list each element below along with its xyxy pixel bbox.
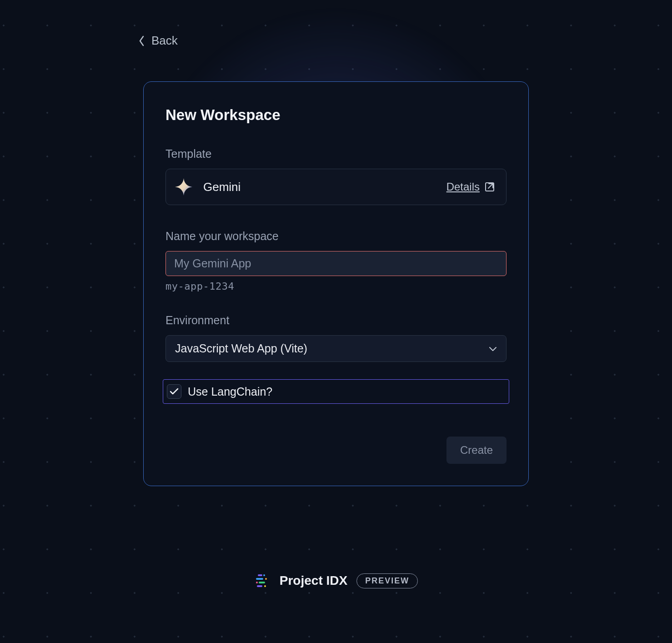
environment-selected-value: JavaScript Web App (Vite) <box>175 342 307 355</box>
svg-line-1 <box>488 184 493 188</box>
preview-badge: PREVIEW <box>356 573 418 588</box>
template-section-label: Template <box>165 147 507 161</box>
checkmark-icon <box>170 388 179 395</box>
svg-rect-8 <box>257 585 262 587</box>
create-button[interactable]: Create <box>446 437 507 464</box>
svg-point-5 <box>265 578 267 580</box>
details-label: Details <box>446 181 480 193</box>
environment-select[interactable]: JavaScript Web App (Vite) <box>165 335 507 362</box>
environment-section-label: Environment <box>165 314 507 327</box>
svg-rect-6 <box>259 582 265 583</box>
template-details-link[interactable]: Details <box>446 181 495 193</box>
template-selector[interactable]: Gemini Details <box>165 169 507 205</box>
svg-point-7 <box>256 582 258 583</box>
gemini-sparkle-icon <box>174 177 193 196</box>
svg-rect-2 <box>258 574 262 576</box>
workspace-name-label: Name your workspace <box>165 230 507 243</box>
footer: Project IDX PREVIEW <box>254 573 418 589</box>
back-button[interactable]: Back <box>139 34 524 48</box>
use-langchain-checkbox[interactable]: Use LangChain? <box>163 379 509 404</box>
use-langchain-label: Use LangChain? <box>188 385 272 398</box>
svg-point-9 <box>264 585 266 587</box>
chevron-down-icon <box>489 346 497 352</box>
checkbox-box <box>167 384 181 399</box>
chevron-left-icon <box>139 35 145 46</box>
back-label: Back <box>151 34 178 48</box>
new-workspace-card: New Workspace Template Gemini D <box>143 81 529 486</box>
external-link-icon <box>484 181 495 192</box>
card-title: New Workspace <box>165 106 507 124</box>
template-name: Gemini <box>203 180 241 194</box>
footer-product-name: Project IDX <box>280 573 347 588</box>
workspace-slug: my-app-1234 <box>165 281 507 292</box>
workspace-name-input[interactable] <box>165 251 507 276</box>
project-idx-logo-icon <box>254 573 271 589</box>
svg-rect-4 <box>256 578 263 580</box>
svg-point-3 <box>263 574 265 576</box>
